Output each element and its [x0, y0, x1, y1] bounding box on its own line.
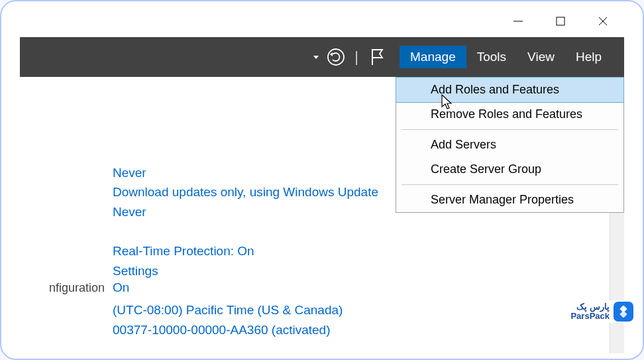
- menu-server-manager-properties[interactable]: Server Manager Properties: [396, 188, 623, 212]
- configuration-status[interactable]: On: [113, 280, 129, 295]
- product-id-value[interactable]: 00377-10000-00000-AA360 (activated): [113, 320, 624, 339]
- svg-marker-4: [313, 56, 319, 59]
- maximize-button[interactable]: [554, 15, 567, 28]
- settings-link[interactable]: Settings: [113, 261, 624, 280]
- toolbar-divider: |: [354, 48, 358, 66]
- close-button[interactable]: [596, 15, 610, 28]
- configuration-label: nfiguration: [20, 281, 113, 295]
- svg-rect-1: [557, 17, 564, 25]
- minimize-button[interactable]: [511, 15, 525, 28]
- menu-tools[interactable]: Tools: [466, 46, 517, 68]
- watermark: پارس پک ParsPack: [568, 300, 636, 323]
- menu-help[interactable]: Help: [565, 46, 612, 68]
- menu-manage[interactable]: Manage: [400, 46, 466, 68]
- svg-rect-9: [619, 310, 627, 318]
- menu-add-roles-features[interactable]: Add Roles and Features: [396, 77, 624, 103]
- menu-separator: [402, 129, 618, 130]
- manage-menu-dropdown: Add Roles and Features Remove Roles and …: [396, 77, 624, 213]
- menu-separator: [402, 184, 618, 185]
- timezone-value[interactable]: (UTC-08:00) Pacific Time (US & Canada): [113, 300, 624, 320]
- watermark-en: ParsPack: [570, 312, 610, 321]
- menu-create-server-group[interactable]: Create Server Group: [396, 157, 623, 182]
- flag-icon[interactable]: [368, 47, 385, 67]
- menu-add-servers[interactable]: Add Servers: [396, 133, 623, 157]
- watermark-logo-icon: [614, 302, 633, 322]
- dropdown-arrow-icon[interactable]: [312, 53, 320, 61]
- svg-marker-6: [330, 52, 333, 56]
- realtime-protection-status[interactable]: Real-Time Protection: On: [113, 241, 624, 261]
- svg-point-5: [328, 49, 344, 65]
- watermark-fa: پارس پک: [570, 302, 610, 312]
- window-controls: [511, 15, 610, 28]
- menu-remove-roles-features[interactable]: Remove Roles and Features: [396, 102, 623, 127]
- refresh-icon[interactable]: [327, 48, 345, 66]
- menu-view[interactable]: View: [517, 46, 565, 68]
- menu-bar: | Manage Tools View Help: [20, 37, 624, 77]
